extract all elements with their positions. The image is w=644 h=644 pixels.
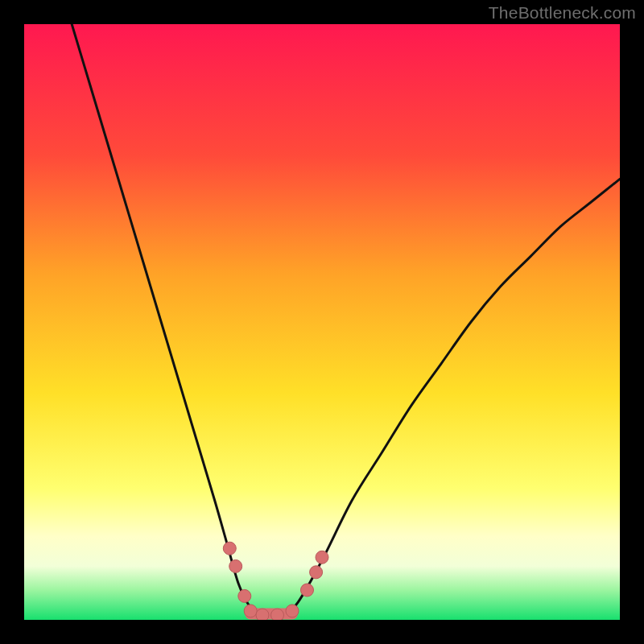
data-marker-6: [286, 605, 299, 617]
data-marker-2: [238, 589, 251, 602]
data-marker-8: [310, 566, 323, 579]
data-marker-1: [229, 559, 242, 572]
data-marker-9: [316, 551, 328, 564]
data-marker-5: [271, 609, 284, 620]
watermark-text: TheBottleneck.com: [489, 3, 636, 23]
outer-frame: TheBottleneck.com: [0, 0, 644, 644]
data-marker-0: [223, 542, 236, 555]
data-marker-7: [301, 584, 314, 597]
data-marker-3: [244, 605, 257, 617]
gradient-background: [24, 24, 620, 620]
chart-svg: [24, 24, 620, 620]
bottleneck-chart: [24, 24, 620, 620]
data-marker-4: [256, 609, 269, 620]
